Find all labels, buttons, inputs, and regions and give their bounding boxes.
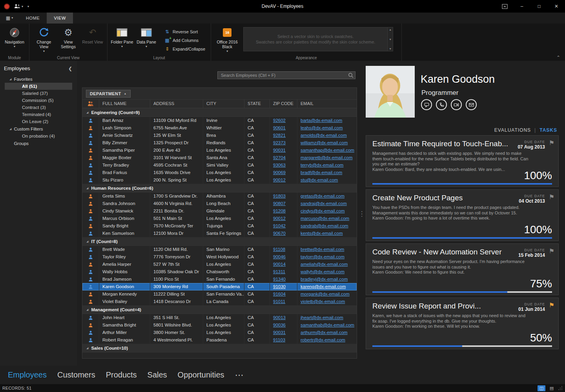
employee-email-link[interactable]: sandrab@dx-email.com (301, 223, 348, 228)
employee-zip-link[interactable]: 91604 (273, 292, 286, 296)
employee-email-link[interactable]: wallyh@dx-email.com (301, 269, 344, 274)
column-header[interactable]: ZIP CODE (270, 100, 297, 108)
skin-selector-button[interactable]: 16 Office 2016 Black ▾ (213, 25, 241, 53)
employees-qat-button[interactable]: ▾ (14, 4, 23, 9)
reset-view-button[interactable]: ↶ Reset View (80, 25, 105, 44)
employee-row[interactable]: Karen Goodson 309 Monterey Rd South Pasa… (82, 283, 357, 290)
sidebar-section[interactable]: ◢ Favorites (0, 75, 77, 83)
employee-icon-column-header[interactable] (82, 100, 99, 108)
employee-email-link[interactable]: morgank@dx-email.com (301, 292, 350, 296)
collapse-sidebar-button[interactable]: ❮ (68, 66, 72, 71)
call-button[interactable] (436, 99, 447, 110)
sidebar-filter-item[interactable]: Salaried (37) (5, 90, 72, 97)
employee-email-link[interactable]: robertr@dx-email.com (301, 338, 345, 342)
employee-row[interactable]: Marcus Orbison 501 N Main St Los Angeles… (82, 215, 357, 222)
search-input[interactable] (217, 71, 355, 79)
column-header[interactable]: ADDRESS (150, 100, 203, 108)
employee-zip-link[interactable]: 92704 (273, 155, 286, 160)
sidebar-filter-item[interactable]: On Leave (2) (5, 118, 72, 125)
ribbon-tab[interactable]: HOME (19, 13, 47, 24)
app-menu-button[interactable]: ▦ ▾ (0, 13, 19, 24)
employee-email-link[interactable]: margaretb@dx-email.com (301, 155, 352, 160)
scroll-up-icon[interactable]: ▲ (389, 28, 392, 31)
employee-zip-link[interactable]: 91340 (273, 277, 286, 281)
department-group-row[interactable]: ◢ Engineering (Count=9) (82, 108, 357, 117)
department-group-row[interactable]: ◢ IT (Count=8) (82, 237, 357, 246)
employee-zip-link[interactable]: 92373 (273, 140, 286, 145)
group-by-department-button[interactable]: DEPARTMENT ▲ (86, 90, 131, 98)
pane-splitter[interactable]: ⋮ (358, 61, 366, 367)
folder-pane-button[interactable]: Folder Pane ▾ (110, 25, 134, 48)
column-header[interactable]: FULL NAME (99, 100, 150, 108)
column-header[interactable]: CITY (203, 100, 244, 108)
scroll-down-icon[interactable]: ▼ (389, 38, 392, 41)
employee-zip-link[interactable]: 91042 (273, 223, 286, 228)
add-columns-button[interactable]: ▦+ Add Columns (164, 37, 205, 44)
swatch-gallery-scrollbar[interactable]: ▲ ▼ ▼ (388, 27, 393, 51)
toggle-grid-view-button[interactable]: ▤ (548, 385, 556, 391)
employee-zip-link[interactable]: 91103 (273, 338, 285, 342)
close-button[interactable]: ✕ (548, 0, 565, 13)
employee-email-link[interactable]: terryb@dx-email.com (301, 163, 343, 167)
employee-zip-link[interactable]: 90012 (273, 178, 286, 182)
module-nav-item[interactable]: Products (106, 370, 137, 379)
employee-row[interactable]: Maggie Boxter 3101 W Harvard St Santa An… (82, 154, 357, 162)
employee-zip-link[interactable]: 91030 (273, 284, 286, 289)
minimize-button[interactable]: – (513, 0, 530, 13)
maximize-button[interactable]: □ (530, 0, 548, 13)
employee-row[interactable]: Greta Sims 1700 S Grandview Dr. Alhambra… (82, 192, 357, 200)
ribbon-tab[interactable]: VIEW (47, 13, 73, 24)
sidebar-section[interactable]: ◢ Custom Filters (0, 125, 77, 132)
sidebar-filter-item[interactable]: Contract (3) (5, 104, 72, 111)
employee-row[interactable]: Brad Farkus 1635 Woods Drive Los Angeles… (82, 169, 357, 176)
employee-row[interactable]: Sandy Bright 7570 McGroarty Ter Tujunga … (82, 222, 357, 230)
employee-email-link[interactable]: gretas@dx-email.com (301, 194, 344, 198)
task-card[interactable]: Review Issue Report and Provi... DUE DAT… (366, 298, 559, 349)
employee-email-link[interactable]: samanthap@dx-email.com (301, 148, 354, 152)
employee-row[interactable]: Brett Wade 1120 Old Mill Rd. San Marino … (82, 246, 357, 253)
sidebar-section[interactable]: ◢ Groups (0, 140, 77, 147)
employee-row[interactable]: Ken Samuelson 12100 Mora Dr Santa Fe Spr… (82, 230, 357, 237)
employee-row[interactable]: Arthur Miller 3800 Homer St. Los Angeles… (82, 329, 357, 336)
employee-row[interactable]: Samantha Piper 200 E Ave 43 Los Angeles … (82, 147, 357, 154)
resize-grip[interactable] (558, 386, 563, 390)
employee-row[interactable]: Taylor Riley 7776 Torreyson Dr West Holl… (82, 253, 357, 261)
employee-zip-link[interactable]: 90031 (273, 330, 286, 335)
employee-row[interactable]: Wally Hobbs 10385 Shadow Oak Dr Chatswor… (82, 268, 357, 276)
employee-row[interactable]: Terry Bradley 4595 Cochran St Simi Valle… (82, 162, 357, 169)
employee-email-link[interactable]: williamz@dx-email.com (301, 140, 348, 145)
department-group-row[interactable]: ◢ Sales (Count=10) (82, 344, 357, 352)
task-card[interactable]: Create New Product Pages DUE DATE 04 Oct… (366, 189, 559, 241)
sidebar-filter-item[interactable]: All (51) (5, 83, 72, 90)
employee-email-link[interactable]: ameliah@dx-email.com (301, 262, 348, 267)
employee-email-link[interactable]: jheart@dx-email.com (301, 315, 343, 320)
flag-icon[interactable]: ⚑ (549, 193, 554, 201)
email-button[interactable] (466, 99, 477, 110)
employee-email-link[interactable]: stu@dx-email.com (301, 178, 338, 182)
employee-zip-link[interactable]: 90601 (273, 125, 286, 130)
module-nav-item[interactable]: Sales (148, 370, 167, 379)
customize-qat-button[interactable]: ▾ (27, 5, 29, 8)
change-view-button[interactable]: Change View ▾ (32, 25, 56, 53)
ribbon-display-options-button[interactable] (496, 0, 513, 13)
employee-zip-link[interactable]: 90031 (273, 148, 286, 152)
view-settings-button[interactable]: ⚙ View Settings (56, 25, 80, 49)
employee-email-link[interactable]: bradleyj@dx-email.com (301, 277, 348, 281)
employee-row[interactable]: Bart Arnaz 13109 Old Myford Rd Irvine CA… (82, 117, 357, 124)
column-header[interactable]: EMAIL (297, 100, 357, 108)
sidebar-filter-item[interactable]: On probation (4) (5, 132, 72, 140)
employee-row[interactable]: Leah Simpson 6755 Newlin Ave Whittier CA… (82, 124, 357, 132)
expand-collapse-button[interactable]: ⇕ Expand/Collapse (164, 45, 205, 52)
employee-zip-link[interactable]: 90670 (273, 231, 286, 236)
employee-zip-link[interactable]: 91311 (273, 269, 285, 274)
employee-row[interactable]: John Heart 351 S Hill St. Los Angeles CA… (82, 314, 357, 321)
flag-icon[interactable]: ⚑ (549, 301, 554, 309)
employee-zip-link[interactable]: 90012 (273, 216, 286, 221)
sidebar-filter-item[interactable]: Commission (5) (5, 97, 72, 104)
employee-zip-link[interactable]: 92602 (273, 118, 286, 123)
video-call-button[interactable] (451, 99, 462, 110)
task-card[interactable]: Estimate Time Required to Touch-Enab... … (366, 135, 559, 187)
column-header[interactable]: STATE (244, 100, 270, 108)
employee-zip-link[interactable]: 93063 (273, 163, 286, 167)
tab-tasks[interactable]: TASKS (539, 127, 557, 133)
